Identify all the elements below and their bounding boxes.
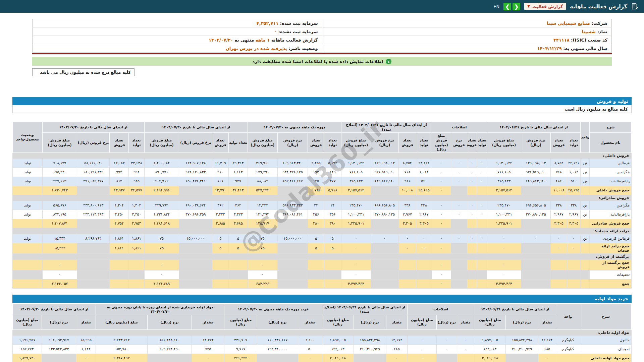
cell: ۴۳۳,۸۰۰,۶۱۳ — [77, 201, 110, 210]
cell: ۰ — [567, 243, 580, 253]
info-row: شرکت: صنایع شیمیایی سیناسرمایه ثبت شده: … — [33, 19, 612, 27]
cell: ۵ — [212, 234, 229, 243]
cell: ۳۶۹,۰۸۱,۴۶۱ — [277, 210, 308, 219]
cell: ۲۴۹,۷۹۴ — [144, 201, 179, 210]
cell — [371, 279, 398, 288]
cell — [451, 279, 467, 288]
cell: ۰ — [432, 177, 451, 186]
cell: ۹۲۸,۱۲۰,۸۳۳ — [179, 168, 212, 177]
cell: ۶۸۰,۱۹۱,۳۳۹ — [77, 168, 110, 177]
cell: ۱۵۳,۷۸۰ — [96, 345, 147, 354]
cell: ۳۷۰,۸۹۰,۱۲۵ — [371, 210, 398, 219]
row-unit — [556, 354, 580, 362]
next-report-button[interactable]: ❯ — [513, 3, 520, 10]
cell — [371, 243, 398, 253]
cell: ۹۹۴ — [129, 168, 144, 177]
cell — [212, 260, 229, 270]
cell: ۱,۳۰۴ — [110, 201, 129, 210]
cell: ۳,۴۹۳,۴۶۳ — [487, 279, 521, 288]
cell — [308, 270, 324, 279]
cell: ۳۳۸ — [398, 201, 416, 210]
info-icon: i — [386, 59, 391, 64]
table-row: جمع۳,۴۹۳,۴۶۳۰۳,۴۹۳,۴۶۳۶۸۳,۲۲۶۴,۱۷۶,۶۸۹۳,… — [13, 279, 632, 288]
cell: ۳۳۷,۱۱۳ — [42, 177, 77, 186]
col-sub: مقدار — [298, 315, 322, 329]
row-unit: تن — [581, 210, 590, 219]
col-group: از ابتدای سال مالی تا تاریخ ۱۴۰۴/۰۷/۳۰ — [144, 122, 248, 133]
cell: ۹۳۷ — [228, 177, 248, 186]
row-label: جمع — [590, 279, 632, 288]
cell — [129, 260, 144, 270]
cell — [277, 260, 308, 270]
cell: ۸۹۰,۹۹۶ — [144, 168, 179, 177]
col-group: خرید دوره یک ماهه منتهی به ۱۴۰۴/۰۷/۳۰ — [224, 304, 322, 315]
cell: ۰ — [487, 234, 521, 243]
cell — [467, 270, 477, 279]
cell: ۰ — [477, 177, 487, 186]
cell: ۴,۷۵۴ — [110, 219, 129, 228]
col-product: نام محصول — [590, 133, 632, 153]
cell: ۰ — [477, 234, 487, 243]
cell — [371, 260, 398, 270]
cell: ۳۶۲ — [228, 201, 248, 210]
prev-report-button[interactable]: ❮ — [503, 3, 511, 10]
col-group: از ابتدای سال مالی تا تاریخ ۱۴۰۴/۰۶/۳۱ — [474, 304, 556, 315]
cell: ۵۶۰ — [416, 177, 432, 186]
cell: ۶۷۵,۴۳۰ — [42, 168, 77, 177]
topbar: گزارش فعالیت ماهانه گزارش فعالیت ▼ ❮ ❯ E… — [0, 0, 644, 13]
cell: ۰ — [432, 168, 451, 177]
cell — [179, 186, 212, 195]
cell: ۳۳۸ — [551, 201, 567, 210]
language-toggle[interactable]: EN — [493, 4, 499, 9]
row-unit: تن — [581, 168, 590, 177]
cell: ۱۹۴,۳۴۰,۰۰۰ — [257, 345, 298, 354]
cell: ۵۰ — [298, 345, 322, 354]
cell: ۱۹۲ — [308, 168, 324, 177]
cell: ۰ — [144, 260, 179, 270]
cell: ۱۵۵,۸۲۴,۲۹۸ — [354, 336, 386, 345]
row-unit: تن — [581, 234, 590, 243]
cell — [371, 219, 398, 228]
cell — [567, 279, 580, 288]
info-value: ۴۴۱۱۱۸ — [553, 38, 570, 43]
cell: ۰ — [432, 279, 451, 288]
red-divider — [32, 53, 612, 54]
col-sub: مبلغ فروش (میلیون ریال) — [248, 133, 277, 153]
cell: ۰ — [341, 243, 371, 253]
info-value: ۱۴۰۴/۱۲/۲۹ — [537, 46, 562, 51]
cell — [308, 279, 324, 288]
cell: ۰ — [432, 201, 451, 210]
cell: ۱۶۰,۳۳۶,۶۶۷ — [257, 336, 298, 345]
cell: ۵ — [212, 243, 229, 253]
cell: ۸,۷۵۴ — [398, 159, 416, 168]
cell: ۷۶۸ — [551, 168, 567, 177]
row-unit — [581, 260, 590, 270]
cell: ۱,۷۲۰,۷۴۲ — [42, 186, 77, 195]
cell: ۱,۰۱۴ — [416, 168, 432, 177]
cell: ۷۵ — [144, 243, 179, 253]
col-sub: تعداد فروش — [212, 133, 229, 153]
cell: ۱,۱۳۰,۱۲۴ — [341, 159, 371, 168]
cell: ۱۲۹,۰۹۸,۰۱۲ — [521, 159, 551, 168]
report-type-dropdown[interactable]: گزارش فعالیت ▼ — [524, 3, 566, 10]
col-sub: نرخ (ریال) — [506, 315, 538, 329]
cell: ۰ — [487, 270, 521, 279]
cell — [212, 279, 229, 288]
col-desc: شرح — [590, 122, 632, 133]
cell: ۱,۴۸۱,۶۱۸ — [144, 219, 179, 228]
cell: ۱۴,۲۷۴ — [192, 336, 224, 345]
cell: ۰ — [42, 260, 77, 270]
cell — [277, 186, 308, 195]
cell: ۳,۱۴۴,۰۵۷ — [42, 279, 77, 288]
col-group: دوره یک ماهه منتهی به ۱۴۰۴/۰۷/۳۰ — [248, 122, 341, 133]
cell: ۱۲,۰۸۲ — [110, 159, 129, 168]
col-group: مواد اولیه خریداری شده از ابتدای دوره تا… — [96, 304, 224, 315]
table-row: متانولکیلوگرم۱۲,۱۷۴۱۵۵,۸۲۴,۲۹۸۱,۸۹۷,۰۰۵۰… — [13, 336, 632, 345]
cell: ۰ — [451, 234, 467, 243]
cell: ۴۸۶ — [398, 177, 416, 186]
cell — [477, 243, 487, 253]
cell: ۲۴,۱۲۱ — [567, 159, 580, 168]
cell: ۰ — [386, 354, 407, 362]
section-label: فروش صادراتی: — [13, 195, 632, 201]
cell: ۰ — [467, 159, 477, 168]
